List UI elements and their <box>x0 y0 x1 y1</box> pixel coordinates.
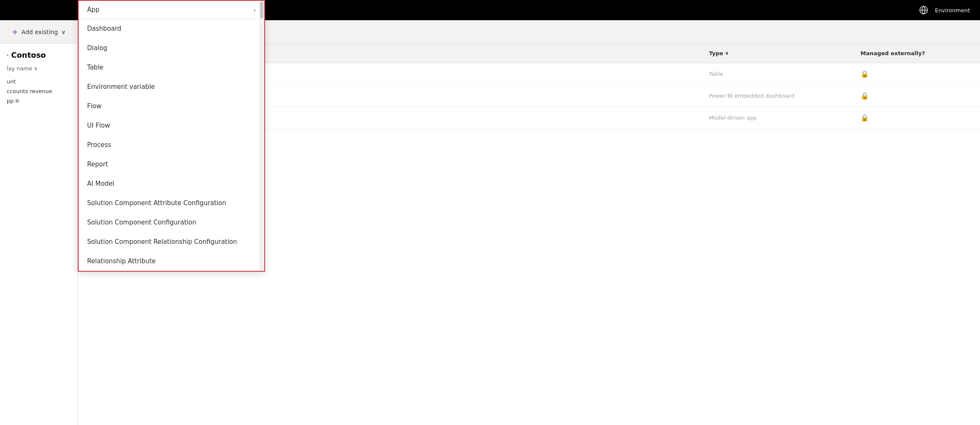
menu-item-solution-component-attribute[interactable]: Solution Component Attribute Configurati… <box>79 193 259 213</box>
menu-item-report-label: Report <box>87 160 108 168</box>
menu-item-flow[interactable]: Flow <box>79 96 259 116</box>
menu-item-process-label: Process <box>87 141 111 149</box>
menu-item-solution-component-config[interactable]: Solution Component Configuration <box>79 213 259 232</box>
menu-item-ui-flow-label: UI Flow <box>87 122 110 129</box>
menu-scrollbar-thumb[interactable] <box>260 2 263 19</box>
menu-item-flow-label: Flow <box>87 102 101 110</box>
menu-scrollbar-track[interactable] <box>259 1 264 271</box>
app-menu-header-arrow: › <box>254 7 256 13</box>
menu-item-environment-variable[interactable]: Environment variable <box>79 77 259 96</box>
menu-item-process[interactable]: Process <box>79 135 259 155</box>
menu-item-environment-variable-label: Environment variable <box>87 83 155 91</box>
menu-item-relationship-attribute-label: Relationship Attribute <box>87 257 156 265</box>
menu-item-ui-flow[interactable]: UI Flow <box>79 116 259 135</box>
menu-items-container: Dashboard Dialog Table Environment varia… <box>79 19 264 271</box>
menu-item-ai-model[interactable]: AI Model <box>79 174 259 193</box>
app-menu-header-label: App <box>87 6 99 13</box>
menu-item-solution-component-config-label: Solution Component Configuration <box>87 219 196 226</box>
menu-item-solution-component-attribute-label: Solution Component Attribute Configurati… <box>87 199 226 207</box>
menu-item-dashboard-label: Dashboard <box>87 25 121 32</box>
menu-item-ai-model-label: AI Model <box>87 180 114 187</box>
menu-item-report[interactable]: Report <box>79 155 259 174</box>
menu-item-dialog[interactable]: Dialog <box>79 38 259 58</box>
menu-item-solution-component-relationship-label: Solution Component Relationship Configur… <box>87 238 237 246</box>
menu-item-dashboard[interactable]: Dashboard <box>79 19 259 38</box>
menu-item-table-label: Table <box>87 64 104 71</box>
menu-item-dialog-label: Dialog <box>87 44 107 52</box>
app-submenu: App › Dashboard Dialog Table Environment… <box>78 0 265 272</box>
app-menu-header[interactable]: App › <box>79 1 264 19</box>
menu-item-solution-component-relationship[interactable]: Solution Component Relationship Configur… <box>79 232 259 251</box>
menu-item-table[interactable]: Table <box>79 58 259 77</box>
menu-item-relationship-attribute[interactable]: Relationship Attribute <box>79 251 259 271</box>
dropdown-overlay: App › Dashboard Dialog Table Environment… <box>0 0 980 425</box>
